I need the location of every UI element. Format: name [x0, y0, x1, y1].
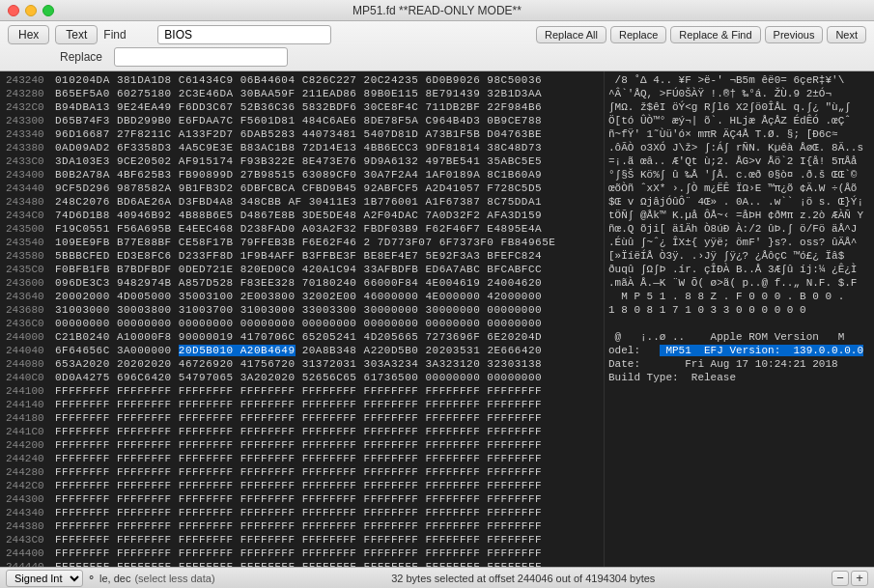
replace-button[interactable]: Replace [610, 26, 666, 43]
table-row[interactable]: 2434C074D6D1B8 40946B92 4B88B6E5 D4867E8… [0, 209, 604, 222]
hex-data-cell[interactable]: 653A2020 20202020 46726920 41756720 3137… [53, 357, 604, 371]
text-button[interactable]: Text [55, 25, 98, 44]
ascii-line: Ö[tó ÛÒ™° æý¬| õ`. HLjæ ÅçÅZ ÉdÊÓ .œÇˆ [608, 114, 870, 127]
hex-data-cell[interactable]: FFFFFFFF FFFFFFFF FFFFFFFF FFFFFFFF FFFF… [53, 546, 604, 560]
table-row[interactable]: 2434409CF5D296 9878582A 9B1FB3D2 6DBFCBC… [0, 182, 604, 195]
table-row[interactable]: 244200FFFFFFFF FFFFFFFF FFFFFFFF FFFFFFF… [0, 438, 604, 452]
hex-data-cell[interactable]: 0AD09AD2 6F3358D3 4A5C9E3E B83AC1B8 72D1… [53, 141, 604, 154]
data-type-select[interactable]: Signed Int [6, 570, 83, 587]
zoom-controls[interactable]: − + [832, 571, 868, 586]
hex-data-cell[interactable]: FFFFFFFF FFFFFFFF FFFFFFFF FFFFFFFF FFFF… [53, 479, 604, 492]
table-row[interactable]: 2436C000000000 00000000 00000000 0000000… [0, 317, 604, 330]
address-cell: 2433C0 [0, 154, 53, 168]
table-row[interactable]: 244000C21B0240 A10000F8 90000019 4170706… [0, 330, 604, 344]
table-row[interactable]: 243480248C2076 BD6AE26A D3FBD4A8 348CBB … [0, 195, 604, 209]
minimize-button[interactable] [25, 5, 37, 16]
hex-data-cell[interactable]: 74D6D1B8 40946B92 4B88B6E5 D4867E8B 3DE5… [53, 209, 604, 222]
table-row[interactable]: 2435805BBBCFED ED3E8FC6 D233FF8D 1F9B4AF… [0, 249, 604, 263]
table-row[interactable]: 243300D65B74F3 DBD299B0 E6FDAA7C F5601D8… [0, 114, 604, 127]
table-row[interactable]: 243500F19C0551 F56A695B E4EEC468 D238FAD… [0, 222, 604, 236]
table-row[interactable]: 243280B65EF5A0 60275180 2C3E46DA 30BAA59… [0, 87, 604, 100]
hex-data-cell[interactable]: 5BBBCFED ED3E8FC6 D233FF8D 1F9B4AFF B3FF… [53, 249, 604, 263]
zoom-out-button[interactable]: − [832, 571, 849, 586]
table-row[interactable]: 244080653A2020 20202020 46726920 4175672… [0, 357, 604, 371]
table-row[interactable]: 243540109EE9FB B77E88BF CE58F17B 79FFEB3… [0, 236, 604, 249]
close-button[interactable] [8, 5, 19, 16]
replace-input[interactable] [114, 47, 288, 67]
table-row[interactable]: 24368031003000 30003800 31003700 3100300… [0, 303, 604, 317]
zoom-in-button[interactable]: + [851, 571, 868, 586]
hex-data-cell[interactable]: B94DBA13 9E24EA49 F6DD3C67 52B36C36 5832… [53, 100, 604, 114]
hex-data-cell[interactable]: 010204DA 381DA1D8 C61434C9 06B44604 C826… [53, 73, 604, 87]
hex-data-cell[interactable]: FFFFFFFF FFFFFFFF FFFFFFFF FFFFFFFF FFFF… [53, 438, 604, 452]
hex-data-cell[interactable]: D65B74F3 DBD299B0 E6FDAA7C F5601D81 484C… [53, 114, 604, 127]
hex-button[interactable]: Hex [8, 25, 49, 44]
hex-data-cell[interactable]: 248C2076 BD6AE26A D3FBD4A8 348CBB AF 304… [53, 195, 604, 209]
hex-data-cell[interactable]: F0BFB1FB B7BDFBDF 0DED721E 820ED0C0 420A… [53, 263, 604, 276]
table-row[interactable]: 244400FFFFFFFF FFFFFFFF FFFFFFFF FFFFFFF… [0, 546, 604, 560]
hex-data-cell[interactable]: 9CF5D296 9878582A 9B1FB3D2 6DBFCBCA CFBD… [53, 182, 604, 195]
table-row[interactable]: 244180FFFFFFFF FFFFFFFF FFFFFFFF FFFFFFF… [0, 411, 604, 425]
hex-data-cell[interactable]: FFFFFFFF FFFFFFFF FFFFFFFF FFFFFFFF FFFF… [53, 398, 604, 411]
hex-data-cell[interactable]: 96D16687 27F8211C A133F2D7 6DAB5283 4407… [53, 127, 604, 141]
hex-data-cell[interactable]: FFFFFFFF FFFFFFFF FFFFFFFF FFFFFFFF FFFF… [53, 506, 604, 519]
hex-data-cell[interactable]: C21B0240 A10000F8 90000019 4170706C 6520… [53, 330, 604, 344]
hex-data-cell[interactable]: 3DA103E3 9CE20502 AF915174 F93B322E 8E47… [53, 154, 604, 168]
table-row[interactable]: 2432C0B94DBA13 9E24EA49 F6DD3C67 52B36C3… [0, 100, 604, 114]
table-row[interactable]: 2441C0FFFFFFFF FFFFFFFF FFFFFFFF FFFFFFF… [0, 425, 604, 438]
hex-data-cell[interactable]: FFFFFFFF FFFFFFFF FFFFFFFF FFFFFFFF FFFF… [53, 425, 604, 438]
hex-data-cell[interactable]: F19C0551 F56A695B E4EEC468 D238FAD0 A03A… [53, 222, 604, 236]
table-row[interactable]: 24334096D16687 27F8211C A133F2D7 6DAB528… [0, 127, 604, 141]
hex-data-cell[interactable]: B0B2A78A 4BF625B3 FB90899D 27B98515 6308… [53, 168, 604, 182]
ascii-line [608, 438, 870, 452]
hex-data-cell[interactable]: FFFFFFFF FFFFFFFF FFFFFFFF FFFFFFFF FFFF… [53, 465, 604, 479]
replace-find-button[interactable]: Replace & Find [670, 26, 760, 43]
hex-data-cell[interactable]: FFFFFFFF FFFFFFFF FFFFFFFF FFFFFFFF FFFF… [53, 519, 604, 533]
replace-all-button[interactable]: Replace All [536, 26, 606, 43]
table-row[interactable]: 244100FFFFFFFF FFFFFFFF FFFFFFFF FFFFFFF… [0, 384, 604, 398]
hex-data-cell[interactable]: FFFFFFFF FFFFFFFF FFFFFFFF FFFFFFFF FFFF… [53, 452, 604, 465]
title-bar: MP51.fd **READ-ONLY MODE** [0, 0, 874, 21]
table-row[interactable]: 2442C0FFFFFFFF FFFFFFFF FFFFFFFF FFFFFFF… [0, 479, 604, 492]
table-row[interactable]: 243240010204DA 381DA1D8 C61434C9 06B4460… [0, 73, 604, 87]
hex-data-cell[interactable]: FFFFFFFF FFFFFFFF FFFFFFFF FFFFFFFF FFFF… [53, 560, 604, 567]
table-row[interactable]: 2440406F64656C 3A000000 20D5B010 A20B464… [0, 344, 604, 357]
window-controls[interactable] [8, 5, 54, 16]
table-row[interactable]: 24364020002000 4D005000 35003100 2E00380… [0, 290, 604, 303]
hex-data-cell[interactable]: FFFFFFFF FFFFFFFF FFFFFFFF FFFFFFFF FFFF… [53, 411, 604, 425]
hex-data-cell[interactable]: FFFFFFFF FFFFFFFF FFFFFFFF FFFFFFFF FFFF… [53, 384, 604, 398]
hex-data-cell[interactable]: 31003000 30003800 31003700 31003000 3300… [53, 303, 604, 317]
maximize-button[interactable] [42, 5, 54, 16]
table-row[interactable]: 2433C03DA103E3 9CE20502 AF915174 F93B322… [0, 154, 604, 168]
table-row[interactable]: 243400B0B2A78A 4BF625B3 FB90899D 27B9851… [0, 168, 604, 182]
table-row[interactable]: 244380FFFFFFFF FFFFFFFF FFFFFFFF FFFFFFF… [0, 519, 604, 533]
table-row[interactable]: 2440C00D0A4275 696C6420 54797065 3A20202… [0, 371, 604, 384]
find-input[interactable] [157, 25, 331, 44]
address-cell: 2436C0 [0, 317, 53, 330]
table-row[interactable]: 244440FFFFFFFF FFFFFFFF FFFFFFFF FFFFFFF… [0, 560, 604, 567]
hex-data-cell[interactable]: 20002000 4D005000 35003100 2E003800 3200… [53, 290, 604, 303]
hex-data-cell[interactable]: 096DE3C3 9482974B A857D528 F83EE328 7018… [53, 276, 604, 290]
hex-data-cell[interactable]: 109EE9FB B77E88BF CE58F17B 79FFEB3B F6E6… [53, 236, 604, 249]
hex-data-cell[interactable]: 00000000 00000000 00000000 00000000 0000… [53, 317, 604, 330]
table-row[interactable]: 243600096DE3C3 9482974B A857D528 F83EE32… [0, 276, 604, 290]
hex-data-cell[interactable]: B65EF5A0 60275180 2C3E46DA 30BAA59F 211E… [53, 87, 604, 100]
table-row[interactable]: 2435C0F0BFB1FB B7BDFBDF 0DED721E 820ED0C… [0, 263, 604, 276]
hex-data-cell[interactable]: 6F64656C 3A000000 20D5B010 A20B4649 20A8… [53, 344, 604, 357]
address-cell: 244440 [0, 560, 53, 567]
table-row[interactable]: 244300FFFFFFFF FFFFFFFF FFFFFFFF FFFFFFF… [0, 492, 604, 506]
address-cell: 244040 [0, 344, 53, 357]
table-row[interactable]: 244240FFFFFFFF FFFFFFFF FFFFFFFF FFFFFFF… [0, 452, 604, 465]
previous-button[interactable]: Previous [765, 26, 824, 43]
hex-data-cell[interactable]: FFFFFFFF FFFFFFFF FFFFFFFF FFFFFFFF FFFF… [53, 533, 604, 546]
hex-data-cell[interactable]: FFFFFFFF FFFFFFFF FFFFFFFF FFFFFFFF FFFF… [53, 492, 604, 506]
hex-view[interactable]: 243240010204DA 381DA1D8 C61434C9 06B4460… [0, 71, 604, 567]
next-button[interactable]: Next [827, 26, 866, 43]
hex-data-cell[interactable]: 0D0A4275 696C6420 54797065 3A202020 5265… [53, 371, 604, 384]
table-row[interactable]: 244280FFFFFFFF FFFFFFFF FFFFFFFF FFFFFFF… [0, 465, 604, 479]
table-row[interactable]: 244340FFFFFFFF FFFFFFFF FFFFFFFF FFFFFFF… [0, 506, 604, 519]
table-row[interactable]: 2443C0FFFFFFFF FFFFFFFF FFFFFFFF FFFFFFF… [0, 533, 604, 546]
table-row[interactable]: 2433800AD09AD2 6F3358D3 4A5C9E3E B83AC1B… [0, 141, 604, 154]
address-cell: 2434C0 [0, 209, 53, 222]
table-row[interactable]: 244140FFFFFFFF FFFFFFFF FFFFFFFF FFFFFFF… [0, 398, 604, 411]
